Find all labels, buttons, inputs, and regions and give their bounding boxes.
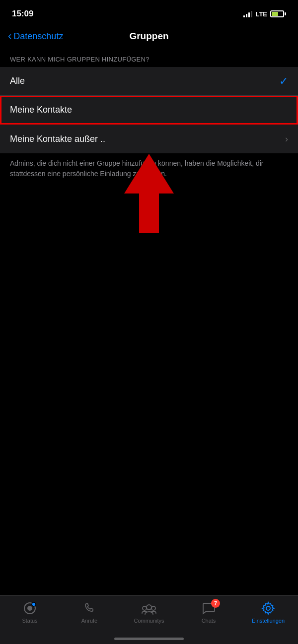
chevron-right-icon: ›	[285, 134, 288, 144]
svg-point-5	[143, 606, 147, 610]
chats-tab-icon: 7	[201, 601, 216, 616]
option-meine-kontakte[interactable]: Meine Kontakte	[0, 96, 298, 125]
tab-anrufe[interactable]: Anrufe	[60, 601, 119, 624]
tab-chats[interactable]: 7 Chats	[179, 601, 238, 624]
description-text: Admins, die dich nicht einer Gruppe hinz…	[0, 153, 298, 187]
option-meine-kontakte-ausser-label: Meine Kontakte außer ..	[10, 134, 105, 144]
svg-point-2	[27, 606, 32, 611]
communitys-tab-icon	[142, 601, 156, 616]
option-meine-kontakte-label: Meine Kontakte	[10, 105, 72, 115]
tab-status[interactable]: Status	[0, 601, 60, 624]
home-indicator	[114, 638, 184, 640]
battery-icon	[270, 10, 286, 17]
svg-point-4	[147, 605, 151, 610]
tab-communitys-label: Communitys	[134, 618, 164, 624]
tab-einstellungen[interactable]: Einstellungen	[238, 601, 298, 624]
einstellungen-tab-icon	[261, 601, 276, 616]
checkmark-icon: ✓	[279, 75, 288, 88]
back-label: Datenschutz	[13, 31, 63, 42]
chats-badge: 7	[211, 599, 220, 608]
tab-bar: Status Anrufe Communitys	[0, 595, 298, 644]
svg-point-3	[32, 602, 36, 606]
status-icons: LTE	[243, 10, 286, 18]
tab-status-label: Status	[22, 618, 37, 624]
tab-chats-label: Chats	[202, 618, 216, 624]
svg-point-7	[266, 606, 270, 610]
chevron-left-icon: ‹	[8, 31, 11, 42]
option-alle[interactable]: Alle ✓	[0, 67, 298, 96]
tab-communitys[interactable]: Communitys	[119, 601, 179, 624]
status-bar: 15:09 LTE	[0, 0, 298, 25]
status-tab-icon	[22, 601, 37, 616]
option-alle-label: Alle	[10, 76, 25, 86]
nav-header: ‹ Datenschutz Gruppen	[0, 25, 298, 50]
page-title: Gruppen	[129, 31, 168, 42]
back-button[interactable]: ‹ Datenschutz	[8, 31, 63, 42]
tab-anrufe-label: Anrufe	[81, 618, 97, 624]
signal-icon	[243, 10, 252, 17]
option-meine-kontakte-ausser[interactable]: Meine Kontakte außer .. ›	[0, 125, 298, 153]
section-header: WER KANN MICH GRUPPEN HINZUFÜGEN?	[0, 50, 298, 67]
lte-label: LTE	[255, 10, 267, 18]
options-list: Alle ✓ Meine Kontakte Meine Kontakte auß…	[0, 67, 298, 153]
anrufe-tab-icon	[82, 601, 97, 616]
svg-point-6	[151, 606, 155, 610]
tab-einstellungen-label: Einstellungen	[252, 618, 285, 624]
status-time: 15:09	[12, 9, 33, 19]
